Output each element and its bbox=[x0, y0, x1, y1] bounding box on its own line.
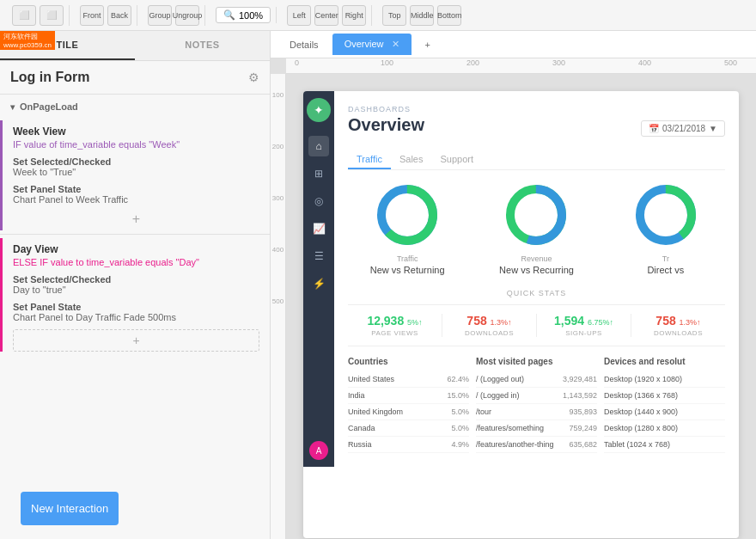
day-add-btn[interactable]: + bbox=[13, 329, 259, 352]
quick-stats: 12,938 5%↑ PAGE VIEWS 758 1.3%↑ DOWNLOAD… bbox=[348, 304, 725, 346]
device-label-2: Desktop (1366 x 768) bbox=[604, 391, 678, 400]
zoom-value: 100% bbox=[239, 10, 263, 21]
toolbar-front-back-group: Front Back bbox=[75, 5, 137, 26]
chart-name-direct: Direct vs bbox=[607, 265, 725, 275]
dashboard-tabs: Traffic Sales Support bbox=[348, 150, 725, 170]
calendar-icon: 📅 bbox=[649, 124, 659, 133]
donut-svg-direct bbox=[631, 181, 700, 249]
ruler-num-200: 200 bbox=[272, 141, 284, 193]
week-action-2-label: Set Panel State bbox=[13, 184, 259, 194]
new-interaction-container: New Interaction bbox=[0, 478, 270, 539]
device-row-5: Tablet (1024 x 768) bbox=[604, 437, 725, 453]
ruler-area: 0 100 200 300 400 500 600 bbox=[271, 58, 756, 74]
charts-row: Traffic New vs Returning bbox=[348, 181, 725, 275]
add-tab[interactable]: + bbox=[413, 34, 442, 55]
interaction-title: Log in Form bbox=[10, 70, 89, 85]
day-action-1-value: Day to "true" bbox=[13, 285, 259, 295]
zoom-display[interactable]: 🔍 100% bbox=[216, 7, 271, 23]
close-tab-icon[interactable]: ✕ bbox=[392, 39, 399, 49]
nav-avatar-icon[interactable]: A bbox=[309, 441, 328, 460]
dash-tab-support[interactable]: Support bbox=[431, 150, 482, 169]
align-top-btn[interactable]: Top bbox=[382, 5, 406, 26]
dashboard-main: DASHBOARDS Overview 📅 03/21/2018 ▼ bbox=[334, 91, 739, 467]
details-tab[interactable]: Details bbox=[277, 34, 331, 55]
nav-list-icon[interactable]: ☰ bbox=[308, 246, 329, 266]
page-row-2: / (Logged in) 1,143,592 bbox=[476, 388, 597, 404]
countries-title: Countries bbox=[348, 357, 469, 366]
day-action-1-label: Set Selected/Checked bbox=[13, 274, 259, 285]
chart-label-revenue: Revenue bbox=[477, 254, 595, 263]
vertical-ruler: 100 200 300 400 500 bbox=[271, 74, 286, 539]
notes-tab[interactable]: NOTES bbox=[135, 31, 270, 60]
ruler-mark-200: 200 bbox=[466, 58, 552, 67]
dash-tab-traffic[interactable]: Traffic bbox=[348, 150, 391, 169]
country-label-2: India bbox=[348, 391, 365, 400]
settings-icon[interactable]: ⚙ bbox=[248, 70, 259, 84]
page-label-2: / (Logged in) bbox=[476, 391, 520, 400]
on-page-load-header[interactable]: OnPageLoad bbox=[0, 95, 270, 119]
nav-circle-icon[interactable]: ◎ bbox=[308, 191, 329, 211]
stat-label-downloads: DOWNLOADS bbox=[449, 329, 529, 337]
overview-tab[interactable]: Overview ✕ bbox=[332, 34, 412, 55]
stat-downloads2: 758 1.3%↑ DOWNLOADS bbox=[631, 314, 725, 337]
align-center-btn[interactable]: Center bbox=[314, 5, 338, 26]
page-label-5: /features/another-thing bbox=[476, 440, 554, 449]
group-btn[interactable]: Group bbox=[148, 5, 172, 26]
nav-grid-icon[interactable]: ⊞ bbox=[308, 163, 329, 184]
align-right-btn[interactable]: Right bbox=[342, 5, 366, 26]
day-action-2-label: Set Panel State bbox=[13, 302, 259, 312]
device-row-1: Desktop (1920 x 1080) bbox=[604, 371, 725, 388]
back-btn[interactable]: Back bbox=[107, 5, 131, 26]
chart-name-revenue: New vs Recurring bbox=[477, 265, 595, 275]
page-row-3: /tour 935,893 bbox=[476, 404, 597, 420]
panel-btn[interactable]: ⬜ bbox=[12, 5, 36, 26]
toolbar: ⬜ ⬜ Front Back Group Ungroup 🔍 100% Left… bbox=[0, 0, 756, 31]
stat-signups: 1,594 6.75%↑ SIGN-UPS bbox=[537, 314, 631, 337]
page-value-4: 759,249 bbox=[569, 424, 597, 432]
country-label-1: United States bbox=[348, 375, 394, 383]
day-view-condition: ELSE IF value to time_variable equals "D… bbox=[3, 257, 270, 271]
day-action-2: Set Panel State Chart Panel to Day Traff… bbox=[3, 298, 270, 326]
panel-btn2[interactable]: ⬜ bbox=[40, 5, 64, 26]
ruler-mark-300: 300 bbox=[552, 58, 638, 67]
stat-value-signups: 1,594 bbox=[554, 314, 588, 328]
ruler-mark-0: 0 bbox=[295, 58, 381, 67]
page-label-3: /tour bbox=[476, 407, 491, 416]
dashboard-title: Overview bbox=[348, 115, 424, 135]
stat-page-views: 12,938 5%↑ PAGE VIEWS bbox=[348, 314, 442, 337]
ruler-num-300: 300 bbox=[272, 193, 284, 244]
align-bottom-btn[interactable]: Bottom bbox=[437, 5, 461, 26]
page-row-1: / (Logged out) 3,929,481 bbox=[476, 371, 597, 388]
toolbar-align-group: Left Center Right bbox=[282, 5, 372, 26]
nav-home-icon[interactable]: ⌂ bbox=[308, 136, 329, 156]
chart-label-traffic: Traffic bbox=[348, 254, 466, 263]
ungroup-btn[interactable]: Ungroup bbox=[175, 5, 199, 26]
nav-bolt-icon[interactable]: ⚡ bbox=[308, 273, 329, 294]
nav-chart-icon[interactable]: 📈 bbox=[308, 218, 329, 239]
country-row-3: United Kingdom 5.0% bbox=[348, 404, 469, 420]
left-panel: 河东软件园www.pc0359.cn TILE NOTES Log in For… bbox=[0, 31, 271, 539]
date-picker[interactable]: 📅 03/21/2018 ▼ bbox=[641, 120, 725, 137]
front-btn[interactable]: Front bbox=[80, 5, 104, 26]
device-row-4: Desktop (1280 x 800) bbox=[604, 420, 725, 437]
country-label-5: Russia bbox=[348, 440, 372, 449]
week-add-btn[interactable]: + bbox=[3, 208, 270, 230]
devices-table: Devices and resolut Desktop (1920 x 1080… bbox=[604, 357, 725, 453]
week-action-2: Set Panel State Chart Panel to Week Traf… bbox=[3, 181, 270, 208]
date-value: 03/21/2018 bbox=[662, 124, 705, 133]
country-value-5: 4.9% bbox=[451, 440, 469, 449]
chart-label-direct: Tr bbox=[607, 254, 725, 263]
ruler-marks: 0 100 200 300 400 500 600 bbox=[286, 58, 756, 67]
dashboard-nav: ✦ ⌂ ⊞ ◎ 📈 ☰ ⚡ A bbox=[303, 91, 334, 467]
tile-tab[interactable]: TILE bbox=[0, 31, 135, 60]
week-view-title: Week View bbox=[3, 120, 270, 139]
align-middle-btn[interactable]: Middle bbox=[410, 5, 434, 26]
align-left-btn[interactable]: Left bbox=[287, 5, 311, 26]
donut-revenue bbox=[502, 181, 570, 249]
week-action-1-value: Week to "True" bbox=[13, 167, 259, 177]
dash-tab-sales[interactable]: Sales bbox=[391, 150, 432, 169]
dashboard-layout: ✦ ⌂ ⊞ ◎ 📈 ☰ ⚡ A DASHBOARD bbox=[303, 91, 739, 467]
new-interaction-btn[interactable]: New Interaction bbox=[21, 492, 119, 525]
chart-direct: Tr Direct vs bbox=[607, 181, 725, 275]
stat-change-downloads: 1.3%↑ bbox=[491, 318, 512, 327]
